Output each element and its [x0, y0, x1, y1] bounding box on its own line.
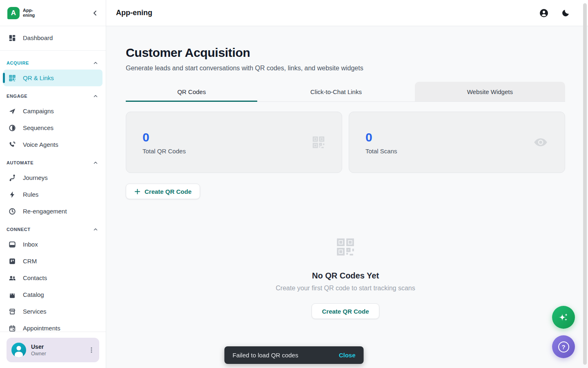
section-automate: AUTOMATE Journeys Rules Re-engagement	[0, 155, 106, 220]
stat-value: 0	[143, 130, 186, 144]
sidebar-item-rules[interactable]: Rules	[3, 186, 102, 203]
section-header-automate[interactable]: AUTOMATE	[0, 155, 106, 169]
toast-close-button[interactable]: Close	[339, 352, 356, 359]
sidebar-item-label: Rules	[23, 191, 38, 198]
user-meta: User Owner	[31, 343, 84, 357]
sidebar-item-label: Journeys	[23, 174, 48, 181]
phone-call-icon	[8, 141, 16, 149]
dashboard-icon	[8, 34, 16, 42]
user-card[interactable]: User Owner	[7, 338, 99, 362]
stats-row: 0 Total QR Codes 0 Total Scans	[126, 112, 565, 173]
sidebar-item-contacts[interactable]: Contacts	[3, 269, 102, 286]
brand: A App- ening	[7, 7, 35, 19]
sidebar-item-label: Inbox	[23, 241, 38, 248]
half-circle-icon	[8, 124, 16, 132]
sidebar-item-label: Appointments	[23, 325, 60, 332]
section-header-acquire[interactable]: ACQUIRE	[0, 55, 106, 70]
chevron-up-icon	[93, 93, 98, 99]
sidebar-item-catalog[interactable]: Catalog	[3, 286, 102, 303]
section-header-engage[interactable]: ENGAGE	[0, 88, 106, 103]
tab-bar: QR Codes Click-to-Chat Links Website Wid…	[126, 82, 565, 102]
tab-click-to-chat-links[interactable]: Click-to-Chat Links	[257, 82, 414, 101]
section-label: CONNECT	[7, 227, 31, 232]
storefront-icon	[8, 307, 16, 316]
main-content: Customer Acquisition Generate leads and …	[106, 26, 588, 368]
calendar-icon	[8, 324, 16, 332]
sidebar-item-label: Contacts	[23, 274, 47, 281]
sidebar-collapse-icon[interactable]	[92, 10, 98, 16]
sidebar-item-voice-agents[interactable]: Voice Agents	[3, 136, 102, 153]
chevron-up-icon	[93, 227, 98, 232]
section-label: ACQUIRE	[7, 61, 29, 65]
ai-assistant-fab[interactable]	[552, 306, 575, 329]
active-indicator	[3, 73, 5, 83]
moon-icon[interactable]	[561, 9, 570, 18]
stat-text: 0 Total QR Codes	[143, 130, 186, 155]
chevron-up-icon	[93, 60, 98, 66]
sidebar-item-qr-links[interactable]: QR & Links	[3, 70, 102, 86]
sidebar-logo-row: A App- ening	[0, 0, 106, 26]
section-header-connect[interactable]: CONNECT	[0, 221, 106, 236]
help-icon: ?	[558, 341, 569, 352]
page-title: Customer Acquisition	[126, 46, 565, 60]
tab-qr-codes[interactable]: QR Codes	[126, 82, 257, 101]
help-fab[interactable]: ?	[552, 335, 575, 358]
sidebar-item-label: Sequences	[23, 124, 53, 131]
sidebar-item-campaigns[interactable]: Campaigns	[3, 103, 102, 119]
toast-message: Failed to load QR codes	[233, 352, 298, 359]
sidebar-item-label: Campaigns	[23, 108, 54, 114]
eye-icon	[533, 136, 548, 148]
sidebar-item-journeys[interactable]: Journeys	[3, 169, 102, 186]
qr-code-icon	[335, 237, 356, 257]
scrollbar[interactable]	[583, 3, 587, 365]
lightning-icon	[8, 191, 16, 199]
section-connect: CONNECT Inbox CRM Contacts	[0, 221, 106, 332]
kanban-icon	[8, 257, 16, 265]
message-square-icon	[8, 240, 16, 249]
shopping-bag-icon	[8, 291, 16, 299]
user-name: User	[31, 343, 84, 350]
stat-label: Total Scans	[365, 148, 397, 155]
clock-icon	[8, 207, 16, 215]
people-icon	[8, 274, 16, 282]
create-qr-code-button[interactable]: Create QR Code	[126, 184, 200, 199]
sparkles-icon	[558, 312, 569, 323]
stat-card-total-qr-codes: 0 Total QR Codes	[126, 112, 342, 173]
sidebar-item-label: Re-engagement	[23, 208, 67, 215]
topbar: App-ening	[106, 0, 588, 26]
topbar-actions	[539, 8, 570, 18]
sidebar-item-label: CRM	[23, 258, 37, 265]
sidebar-item-dashboard[interactable]: Dashboard	[3, 29, 102, 46]
stat-value: 0	[365, 130, 397, 144]
sidebar-item-crm[interactable]: CRM	[3, 253, 102, 269]
sidebar-item-inbox[interactable]: Inbox	[3, 236, 102, 253]
user-role: Owner	[31, 351, 84, 357]
sidebar-item-label: Services	[23, 308, 47, 315]
section-engage: ENGAGE Campaigns Sequences Voice Agent	[0, 88, 106, 153]
brand-logo-icon: A	[7, 7, 20, 19]
sidebar-item-re-engagement[interactable]: Re-engagement	[3, 203, 102, 220]
route-icon	[8, 174, 16, 182]
empty-state-title: No QR Codes Yet	[312, 271, 379, 280]
create-qr-code-button-empty[interactable]: Create QR Code	[312, 303, 379, 319]
kebab-menu-icon[interactable]	[89, 347, 94, 353]
page-subtitle: Generate leads and start conversations w…	[126, 65, 565, 72]
send-icon	[8, 107, 16, 115]
qr-code-icon	[8, 74, 16, 82]
sidebar-item-services[interactable]: Services	[3, 303, 102, 320]
stat-text: 0 Total Scans	[365, 130, 397, 155]
empty-state-subtitle: Create your first QR code to start track…	[276, 285, 415, 292]
sidebar-item-appointments[interactable]: Appointments	[3, 320, 102, 332]
divider	[0, 50, 106, 51]
sidebar-item-label: Catalog	[23, 291, 44, 298]
brand-name: App- ening	[23, 8, 35, 18]
section-label: AUTOMATE	[7, 160, 33, 165]
sidebar-item-sequences[interactable]: Sequences	[3, 119, 102, 136]
section-label: ENGAGE	[7, 94, 27, 99]
sidebar: A App- ening Dashboard ACQUIRE	[0, 0, 106, 368]
tab-website-widgets[interactable]: Website Widgets	[415, 82, 565, 101]
avatar	[11, 343, 26, 357]
qr-code-icon	[312, 135, 325, 149]
account-icon[interactable]	[539, 8, 549, 18]
sidebar-item-label: Voice Agents	[23, 141, 58, 148]
